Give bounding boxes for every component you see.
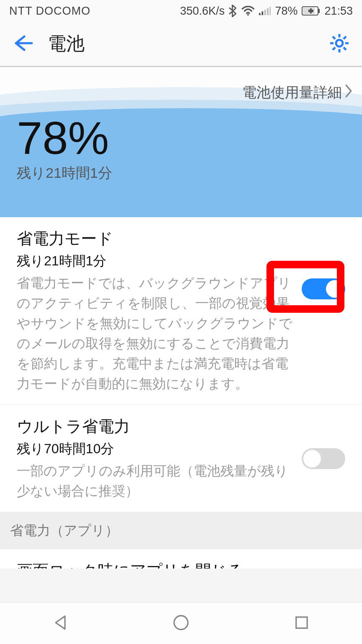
power-save-remaining: 残り21時間1分 [17,252,297,270]
ultra-toggle[interactable] [302,448,345,469]
signal-icon [259,6,271,16]
back-icon[interactable] [13,35,33,53]
ultra-remaining: 残り70時間10分 [17,440,297,458]
battery-usage-details-label: 電池使用量詳細 [242,83,342,102]
wifi-icon [241,6,255,16]
clock: 21:53 [324,5,353,18]
battery-remaining: 残り21時間1分 [17,164,112,183]
status-right: 350.6K/s 78% 21:53 [180,5,353,18]
svg-line-17 [344,36,346,39]
svg-point-0 [247,14,249,16]
carrier-label: NTT DOCOMO [9,5,90,18]
power-save-toggle[interactable] [302,278,345,299]
gear-icon[interactable] [329,33,349,55]
svg-rect-19 [296,617,307,628]
ultra-desc: 一部のアプリのみ利用可能（電池残量が残り少ない場合に推奨） [17,461,297,501]
svg-rect-3 [264,10,266,15]
nav-recent-icon[interactable] [292,613,311,634]
battery-percent: 78% [17,111,109,164]
network-speed: 350.6K/s [180,5,225,18]
bluetooth-icon [229,5,237,17]
svg-rect-4 [267,8,269,16]
svg-line-15 [344,47,346,50]
svg-point-9 [336,40,343,47]
battery-graph: 電池使用量詳細 78% 残り21時間1分 [0,67,362,217]
chevron-right-icon [344,84,353,101]
ultra-power-save-item[interactable]: ウルトラ省電力 残り70時間10分 一部のアプリのみ利用可能（電池残量が残り少な… [0,405,362,512]
page-title: 電池 [48,31,85,56]
section-apps-header: 省電力（アプリ） [0,512,362,549]
battery-icon [302,6,320,16]
power-save-desc: 省電力モードでは、バックグラウンドアプリのアクティビティを制限し、一部の視覚効果… [17,273,297,394]
svg-rect-5 [270,7,271,15]
svg-line-16 [333,47,335,50]
svg-rect-7 [318,9,320,13]
power-save-title: 省電力モード [17,228,297,249]
navigation-bar [0,602,362,644]
battery-pct-status: 78% [275,5,297,18]
svg-rect-1 [259,13,261,15]
app-header: 電池 [0,22,362,67]
svg-point-18 [174,615,188,629]
ultra-title: ウルトラ省電力 [17,416,297,437]
status-bar: NTT DOCOMO 350.6K/s 78% 21:53 [0,0,362,22]
battery-usage-details[interactable]: 電池使用量詳細 [242,83,353,102]
svg-rect-2 [262,11,264,15]
svg-line-14 [333,36,335,39]
nav-back-icon[interactable] [51,613,70,634]
nav-home-icon[interactable] [172,613,190,634]
power-save-mode-item[interactable]: 省電力モード 残り21時間1分 省電力モードでは、バックグラウンドアプリのアクテ… [0,217,362,405]
